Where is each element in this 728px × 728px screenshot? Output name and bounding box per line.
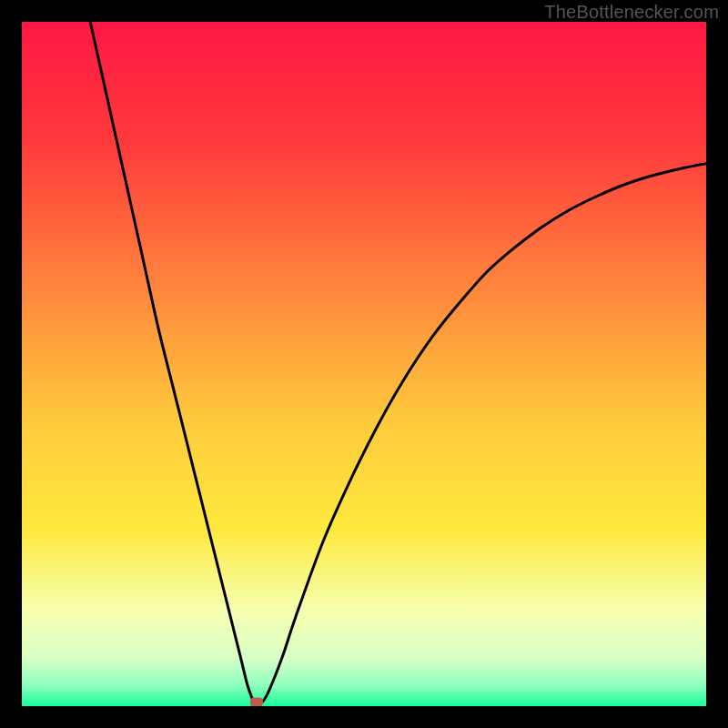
attribution-text: TheBottlenecker.com (544, 2, 719, 23)
chart-frame (22, 22, 706, 706)
optimal-point-marker (250, 697, 263, 706)
bottleneck-chart (22, 22, 706, 706)
gradient-background (22, 22, 706, 706)
